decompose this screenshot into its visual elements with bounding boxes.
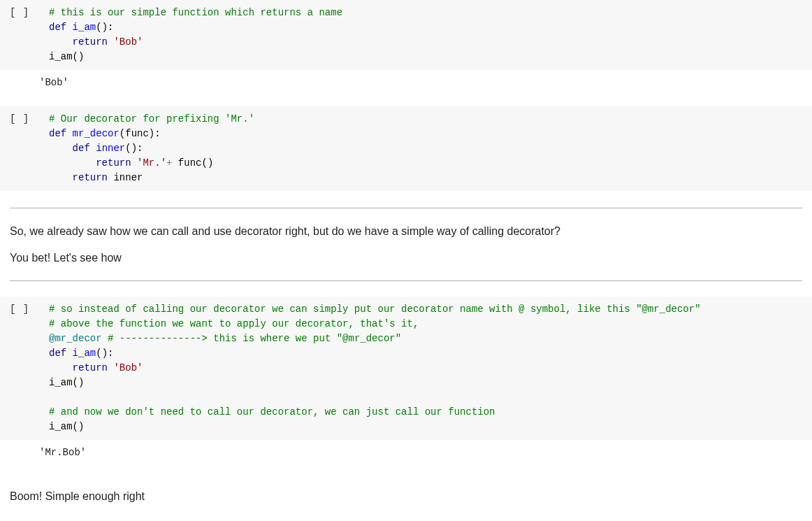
prompt-label: [ ] — [10, 304, 29, 315]
code-cell-1: [ ] # this is our simple function which … — [0, 0, 812, 70]
code-editor[interactable]: # Our decorator for prefixing 'Mr.' def … — [49, 106, 812, 191]
code-cell-2: [ ] # Our decorator for prefixing 'Mr.' … — [0, 106, 812, 191]
markdown-text: So, we already saw how we can call and u… — [10, 222, 802, 241]
output-cell-1: 'Bob' — [0, 71, 812, 94]
markdown-text: You bet! Let's see how — [10, 249, 802, 267]
output-text: 'Mr.Bob' — [39, 441, 812, 464]
prompt-label: [ ] — [10, 7, 29, 18]
markdown-cell-2: Boom! Simple enough right — [0, 476, 812, 517]
prompt-label: [ ] — [10, 113, 29, 124]
horizontal-rule — [10, 208, 802, 208]
code-prompt[interactable]: [ ] — [0, 0, 49, 18]
code-content: # this is our simple function which retu… — [49, 6, 806, 64]
output-cell-3: 'Mr.Bob' — [0, 441, 812, 464]
code-prompt[interactable]: [ ] — [0, 297, 49, 315]
code-content: # Our decorator for prefixing 'Mr.' def … — [49, 112, 806, 185]
code-prompt[interactable]: [ ] — [0, 106, 49, 124]
code-editor[interactable]: # this is our simple function which retu… — [49, 0, 812, 70]
markdown-cell-1: So, we already saw how we can call and u… — [0, 211, 812, 278]
markdown-text: Boom! Simple enough right — [10, 487, 802, 506]
code-cell-3: [ ] # so instead of calling our decorato… — [0, 297, 812, 440]
output-text: 'Bob' — [39, 71, 812, 94]
horizontal-rule — [10, 280, 802, 281]
code-editor[interactable]: # so instead of calling our decorator we… — [49, 297, 812, 440]
code-content: # so instead of calling our decorator we… — [49, 302, 806, 434]
